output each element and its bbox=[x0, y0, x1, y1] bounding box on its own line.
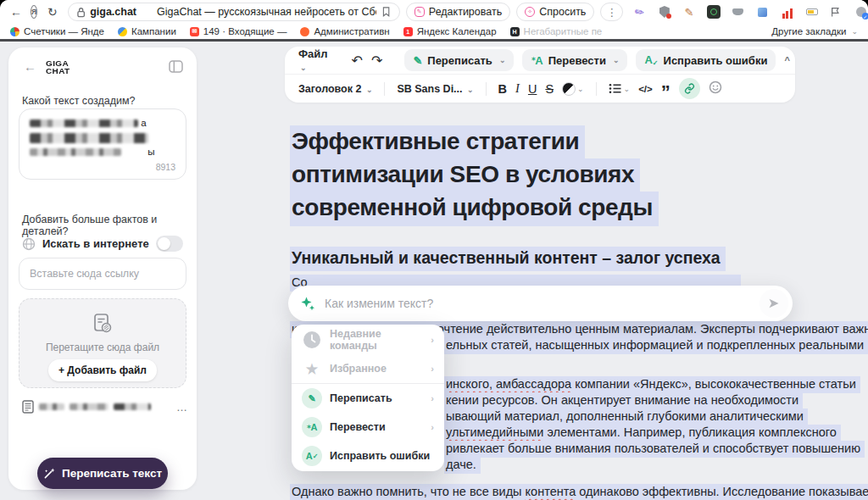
chevron-right-icon: › bbox=[431, 422, 434, 432]
doc-h1-line3: современной цифровой среды bbox=[290, 192, 659, 226]
emoji-button[interactable] bbox=[709, 81, 722, 97]
file-dropzone[interactable]: Перетащите сюда файл + Добавить файл bbox=[19, 298, 186, 388]
web-search-toggle[interactable] bbox=[156, 236, 183, 252]
bookmark-admin[interactable]: Административн bbox=[300, 26, 389, 36]
divider bbox=[596, 82, 597, 96]
bookmark-inbox[interactable]: ✉149 · Входящие — bbox=[190, 26, 287, 36]
page-top-strip bbox=[0, 39, 868, 42]
magic-wand-icon bbox=[43, 467, 56, 480]
doc-h2: Уникальный и качественный контент – зало… bbox=[290, 247, 726, 271]
pencil-icon: ✎ bbox=[413, 54, 422, 67]
lock-icon bbox=[77, 7, 85, 18]
extension-pencil-icon[interactable]: ✎ bbox=[682, 5, 696, 19]
gigachat-logo: GIGACHAT bbox=[46, 60, 70, 74]
doc-p2-line6: даче. bbox=[444, 457, 481, 474]
extension-shield-icon[interactable] bbox=[658, 5, 671, 19]
browser-back-icon[interactable]: ← bbox=[10, 5, 22, 19]
edit-button[interactable]: ✎ Редактировать bbox=[406, 3, 510, 21]
editor-toolbar: Файл ⌄ ↶ ↷ ✎Переписать⌄ ✶AПеревести⌄ A✓И… bbox=[285, 47, 795, 103]
doc-p2-line4: ультимедийными элементами. Например, пуб… bbox=[444, 425, 841, 442]
add-file-button[interactable]: + Добавить файл bbox=[48, 359, 157, 381]
menu-item-favorites[interactable]: ★ Избранное› bbox=[292, 354, 444, 383]
ask-icon: ✧ bbox=[525, 7, 535, 17]
prompt-textarea[interactable]: а ы 8913 bbox=[19, 108, 186, 180]
doc-h1-line1: Эффективные стратегии bbox=[290, 125, 585, 160]
redacted-text bbox=[30, 148, 121, 156]
toggle-knob bbox=[158, 237, 170, 250]
redacted-text bbox=[30, 133, 148, 143]
menu-item-translate[interactable]: ✶A Перевести› bbox=[292, 413, 444, 442]
send-button[interactable] bbox=[760, 289, 788, 318]
smiley-icon bbox=[709, 81, 722, 94]
redacted-text bbox=[114, 403, 151, 410]
menu-item-fix-errors[interactable]: A✓ Исправить ошибки bbox=[292, 442, 444, 470]
file-menu-icon[interactable]: … bbox=[176, 401, 188, 414]
doc-p2-line2: кении ресурсов. Он акцентирует внимание … bbox=[444, 392, 803, 409]
facts-label: Добавить больше фактов и деталей? bbox=[22, 214, 197, 237]
doc-h1-line2: оптимизации SEO в условиях bbox=[290, 158, 640, 193]
code-button[interactable]: </> bbox=[638, 84, 653, 94]
collapse-panel-icon[interactable] bbox=[169, 60, 183, 73]
collapse-toolbar-button[interactable]: ^ bbox=[784, 55, 789, 65]
file-menu[interactable]: Файл ⌄ bbox=[298, 47, 328, 73]
attached-file-row[interactable]: … bbox=[22, 400, 188, 414]
yandex-profile-icon[interactable]: Я bbox=[31, 5, 37, 19]
doc-p2-line1: инского, амбассадора компании «Яндекс», … bbox=[444, 376, 860, 393]
direct-icon bbox=[118, 27, 127, 36]
clock-icon bbox=[302, 330, 322, 350]
command-input[interactable] bbox=[323, 296, 752, 311]
spellcheck-icon: A✓ bbox=[302, 446, 322, 466]
editor-icon: ✎ bbox=[415, 7, 425, 17]
gigachat-page: ← GIGACHAT Какой текст создадим? а ы 891… bbox=[0, 39, 868, 500]
extension-chart-icon[interactable] bbox=[781, 5, 794, 19]
sidebar-back-icon[interactable]: ← bbox=[24, 59, 36, 74]
bookmark-campaigns[interactable]: Кампании bbox=[118, 26, 176, 36]
fix-errors-action-button[interactable]: A✓Исправить ошибки bbox=[636, 49, 776, 71]
redo-button[interactable]: ↷ bbox=[371, 53, 382, 69]
list-button[interactable]: ⌄ bbox=[609, 83, 631, 94]
link-button[interactable] bbox=[679, 78, 700, 99]
edit-button-label: Редактировать bbox=[429, 6, 502, 18]
spellcheck-icon: A✓ bbox=[644, 53, 658, 67]
redacted-text bbox=[30, 119, 138, 127]
address-bar[interactable]: giga.chat GigaChat — русскоязычная нейро… bbox=[68, 3, 400, 21]
menu-item-recent[interactable]: Недавние команды› bbox=[292, 325, 444, 354]
redacted-text bbox=[39, 403, 64, 410]
translate-icon: ✶A bbox=[302, 417, 322, 437]
extension-gray-icon[interactable] bbox=[732, 5, 745, 19]
undo-button[interactable]: ↶ bbox=[352, 53, 363, 69]
extension-cube-icon[interactable] bbox=[756, 5, 770, 19]
bookmark-flag-icon[interactable] bbox=[381, 6, 391, 18]
extension-battery-icon[interactable] bbox=[805, 5, 819, 19]
toolbar-menu-button[interactable]: ⋮ bbox=[600, 3, 623, 21]
menu-item-rewrite[interactable]: ✎ Переписать› bbox=[292, 384, 444, 413]
ask-button[interactable]: ✧ Спросить bbox=[516, 3, 594, 21]
extension-dark-icon[interactable] bbox=[707, 5, 721, 19]
quote-button[interactable]: ” bbox=[661, 88, 670, 97]
font-select[interactable]: SB Sans Di... ⌄ bbox=[397, 83, 473, 95]
bold-button[interactable]: B bbox=[498, 82, 507, 96]
translate-action-button[interactable]: ✶AПеревести⌄ bbox=[522, 49, 627, 71]
strikethrough-button[interactable]: S bbox=[545, 82, 554, 96]
command-bar bbox=[288, 286, 793, 321]
calendar-icon: 1 bbox=[403, 27, 413, 36]
underline-button[interactable]: U bbox=[528, 82, 537, 96]
paragraph-style-select[interactable]: Заголовок 2 ⌄ bbox=[298, 83, 372, 95]
bookmark-metrica[interactable]: Счетчики — Янде bbox=[10, 26, 104, 36]
rewrite-action-button[interactable]: ✎Переписать⌄ bbox=[404, 49, 514, 71]
extension-feather-icon[interactable]: ✎ bbox=[633, 5, 647, 19]
bookmark-calendar[interactable]: 1Яндекс Календар bbox=[403, 26, 497, 36]
chevron-down-icon: ⌄ bbox=[613, 56, 620, 64]
chevron-down-icon: ⌄ bbox=[467, 86, 474, 94]
rewrite-cta-label: Переписать текст bbox=[62, 467, 162, 480]
other-bookmarks[interactable]: Другие закладки⌄ bbox=[771, 26, 858, 36]
extension-flag-icon[interactable] bbox=[830, 5, 843, 19]
reload-icon[interactable]: ↻ bbox=[47, 5, 58, 19]
extension-sync-icon[interactable]: ✓ bbox=[854, 5, 868, 19]
link-input[interactable] bbox=[19, 258, 186, 290]
highlight-color-button[interactable]: ⌄ bbox=[562, 82, 584, 96]
rewrite-text-button[interactable]: Переписать текст bbox=[37, 458, 168, 489]
bookmark-oversized[interactable]: ННегабаритные пе bbox=[510, 26, 603, 36]
chevron-down-icon: ⌄ bbox=[366, 86, 373, 94]
italic-button[interactable]: I bbox=[515, 81, 520, 96]
